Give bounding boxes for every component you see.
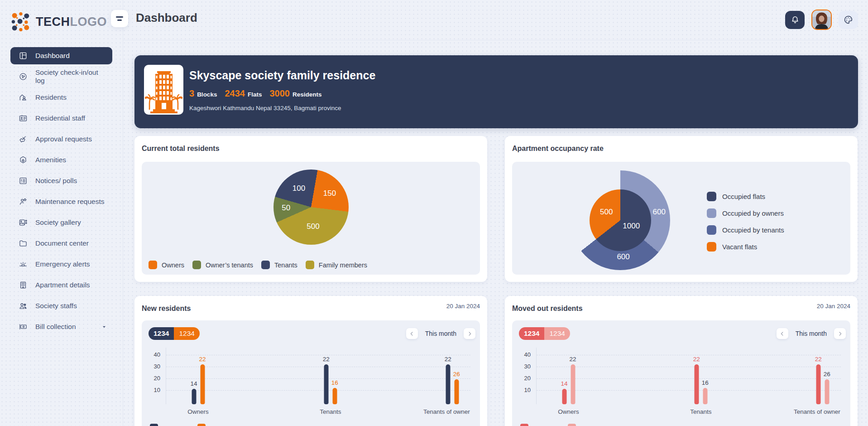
legend-swatch <box>707 208 716 218</box>
next-period-button[interactable] <box>834 328 846 339</box>
legend-swatch <box>520 424 528 426</box>
legend-label: Occupied by tenants <box>722 226 784 234</box>
sidebar-item-maintenance-requests[interactable]: Maintenance requests <box>10 193 112 210</box>
legend-label: Family members <box>319 261 367 269</box>
sidebar-item-society-check-in-out-log[interactable]: Society check-in/out log <box>10 68 112 85</box>
legend-swatch <box>192 261 201 269</box>
gridline <box>166 355 470 355</box>
bar-group: 2216Tenants <box>324 364 337 404</box>
gridline <box>537 355 841 355</box>
sidebar-item-amenities[interactable]: Amenities <box>10 151 112 169</box>
stat-residents: 3000Residents <box>269 88 321 99</box>
bar-group: 2226Tenants of owner <box>446 364 459 404</box>
topbar-actions <box>785 10 858 30</box>
charts-row-1: Current total residents 15050100500 Owne… <box>134 136 858 282</box>
bar-value-label: 22 <box>323 356 330 363</box>
period-navigator: This month <box>777 328 846 339</box>
card-title: Current total residents <box>142 145 220 153</box>
bar-value-label: 16 <box>331 379 338 386</box>
pie-slice-value: 150 <box>323 189 336 198</box>
sidebar-toggle-button[interactable] <box>111 10 128 27</box>
bar: 16 <box>332 388 337 404</box>
sidebar: TECHLOGO DashboardSociety check-in/out l… <box>0 0 123 426</box>
charts-row-2: New residents 20 Jan 2024 12341234This m… <box>134 296 858 426</box>
brand-name: TECHLOGO <box>36 15 107 29</box>
y-axis-tick: 20 <box>149 375 160 382</box>
moved-out-residents-panel: 12341234This month403020101422Owners2216… <box>512 320 850 426</box>
bell-icon <box>790 15 800 25</box>
apartment-occupancy-card: Apartment occupancy rate 1000600600500 O… <box>505 136 858 282</box>
residents-pie-chart: 15050100500 <box>273 169 349 245</box>
bar-chart-plot: 1422Owners2216Tenants2226Tenants of owne… <box>166 348 470 404</box>
sidebar-item-apartment-details[interactable]: Apartment details <box>10 276 112 294</box>
occupancy-sunburst-chart: 1000600600500 <box>571 170 670 270</box>
bar: 14 <box>192 389 196 404</box>
legend-label: Tenants <box>274 261 297 269</box>
sidebar-item-residents[interactable]: Residents <box>10 89 112 106</box>
palette-icon <box>843 15 854 25</box>
next-period-button[interactable] <box>464 328 475 339</box>
notice-list-icon <box>18 176 28 186</box>
count-badge: 12341234 <box>149 327 200 340</box>
badge-secondary-count: 1234 <box>174 327 199 340</box>
y-axis-tick: 40 <box>149 351 160 358</box>
previous-period-button[interactable] <box>777 328 788 339</box>
bar-group: 2226Tenants of owner <box>816 364 829 404</box>
bar-chart: 403020101422Owners2216Tenants2226Tenants… <box>519 348 844 426</box>
legend-item: Occupied by owners <box>707 205 784 222</box>
stat-blocks: 3Blocks <box>189 88 217 99</box>
sunburst-segment-value: 600 <box>617 252 629 261</box>
bar-group: 1422Owners <box>192 364 205 404</box>
theme-button[interactable] <box>839 11 858 29</box>
sidebar-item-dashboard[interactable]: Dashboard <box>10 47 112 64</box>
sidebar-item-label: Emergency alerts <box>35 260 90 268</box>
legend-swatch <box>306 261 314 269</box>
chevron-down-icon <box>101 324 107 329</box>
society-hero-banner: Skyscape society family residence 3Block… <box>134 55 858 128</box>
sidebar-item-society-gallery[interactable]: Society gallery <box>10 214 112 231</box>
sidebar-item-emergency-alerts[interactable]: Emergency alerts <box>10 256 112 273</box>
content: Skyscape society family residence 3Block… <box>134 40 858 426</box>
user-avatar[interactable] <box>811 10 832 30</box>
y-axis-tick: 10 <box>149 387 160 393</box>
banknote-icon <box>18 322 28 332</box>
sidebar-item-approval-requests[interactable]: Approval requests <box>10 131 112 148</box>
bar-value-label: 26 <box>453 371 460 378</box>
gridline <box>537 390 841 391</box>
bar: 22 <box>200 364 205 404</box>
occupancy-panel: 1000600600500 Occupied flatsOccupied by … <box>512 162 850 275</box>
sidebar-item-label: Society gallery <box>35 218 81 227</box>
folder-icon <box>18 239 28 248</box>
bar-group: 1422Owners <box>562 364 575 404</box>
card-title: Apartment occupancy rate <box>512 145 604 153</box>
sidebar-item-notices-polls[interactable]: Notices/ polls <box>10 172 112 189</box>
sidebar-item-bill-collection[interactable]: Bill collection <box>10 318 112 335</box>
category-label: Owners <box>558 408 579 415</box>
legend-label: Owners <box>162 261 184 269</box>
previous-period-button[interactable] <box>406 328 418 339</box>
new-residents-panel: 12341234This month403020101422Owners2216… <box>142 320 480 426</box>
category-label: Tenants <box>690 408 711 415</box>
bar-value-label: 14 <box>191 380 197 387</box>
y-axis-tick: 10 <box>519 387 531 393</box>
hamburger-menu-icon <box>116 16 123 18</box>
sidebar-item-label: Bill collection <box>35 323 76 331</box>
sidebar-item-society-staffs[interactable]: Society staffs <box>10 297 112 315</box>
legend-label: Vacant flats <box>722 243 757 251</box>
bar-value-label: 14 <box>561 380 568 387</box>
sidebar-item-label: Dashboard <box>35 52 70 60</box>
notifications-button[interactable] <box>785 11 805 29</box>
bar-value-label: 22 <box>445 356 451 363</box>
badge-primary-count: 1234 <box>149 327 174 340</box>
bar: 22 <box>571 364 575 404</box>
sidebar-item-label: Approval requests <box>35 135 92 143</box>
hexagon-gear-icon <box>18 155 28 165</box>
sidebar-item-residential-staff[interactable]: Residential staff <box>10 110 112 127</box>
legend-label: Occupied flats <box>722 193 765 200</box>
sidebar-item-document-center[interactable]: Document center <box>10 235 112 252</box>
period-navigator: This month <box>406 328 475 339</box>
checkin-circle-dots-icon <box>18 72 28 82</box>
legend-swatch <box>707 242 716 252</box>
category-label: Tenants of owner <box>423 408 470 415</box>
society-name: Skyscape society family residence <box>189 69 375 82</box>
